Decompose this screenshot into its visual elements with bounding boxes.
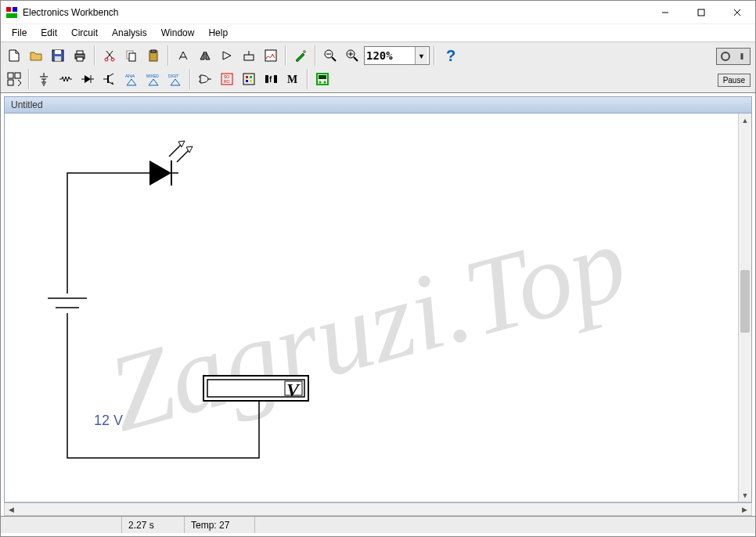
cut-icon[interactable] xyxy=(99,45,120,66)
svg-rect-59 xyxy=(243,74,254,85)
svg-rect-12 xyxy=(77,57,83,61)
svg-point-71 xyxy=(324,81,326,84)
menu-file[interactable]: File xyxy=(5,26,33,40)
zoom-in-icon[interactable] xyxy=(342,45,362,66)
digital-ics-icon[interactable]: DIGIT xyxy=(165,69,185,89)
circuit-diagram xyxy=(5,114,396,489)
horizontal-scrollbar[interactable]: ◀ ▶ xyxy=(4,503,752,516)
canvas-container: Zagruzi.Top 12 V V ▲ xyxy=(4,114,752,503)
svg-rect-69 xyxy=(319,75,326,79)
svg-text:M: M xyxy=(287,74,297,85)
svg-point-31 xyxy=(722,52,729,60)
zoom-select[interactable]: 120% ▾ xyxy=(364,46,430,65)
svg-rect-22 xyxy=(265,50,276,61)
controls-icon[interactable]: f xyxy=(261,69,281,89)
probe-icon[interactable] xyxy=(290,45,311,66)
close-button[interactable] xyxy=(719,1,755,24)
zoom-value: 120% xyxy=(366,49,393,62)
svg-line-48 xyxy=(108,74,113,77)
paste-icon[interactable] xyxy=(143,45,164,66)
vertical-scrollbar[interactable]: ▲ ▼ xyxy=(738,114,751,502)
print-icon[interactable] xyxy=(70,45,90,66)
svg-rect-63 xyxy=(250,80,252,82)
scroll-thumb[interactable] xyxy=(740,270,750,333)
toolbar-area: 120% ▾ ? Pause ANA MIXED DIGIT SORO f M xyxy=(1,41,755,93)
diodes-icon[interactable] xyxy=(77,69,98,89)
svg-rect-8 xyxy=(55,50,61,54)
scroll-left-icon[interactable]: ◀ xyxy=(5,503,18,516)
subcircuit-icon[interactable] xyxy=(239,45,259,66)
svg-text:MIXED: MIXED xyxy=(146,74,159,78)
svg-rect-35 xyxy=(8,80,13,85)
svg-rect-20 xyxy=(244,55,254,60)
menu-edit[interactable]: Edit xyxy=(34,26,63,40)
minimize-button[interactable] xyxy=(647,1,683,24)
status-cell-rest xyxy=(255,517,755,533)
window-title: Electronics Workbench xyxy=(23,7,647,18)
menu-circuit[interactable]: Circuit xyxy=(65,26,104,40)
svg-rect-11 xyxy=(77,51,83,54)
svg-rect-18 xyxy=(151,50,156,52)
svg-rect-33 xyxy=(8,73,13,78)
flip-h-icon[interactable] xyxy=(195,45,215,66)
window-titlebar: Electronics Workbench xyxy=(1,1,755,24)
status-time: 2.27 s xyxy=(122,517,185,533)
voltage-source-label: 12 V xyxy=(94,413,123,429)
svg-text:DIGIT: DIGIT xyxy=(168,74,178,78)
svg-rect-16 xyxy=(129,53,135,61)
copy-icon[interactable] xyxy=(121,45,142,66)
svg-text:ANA: ANA xyxy=(125,74,135,78)
new-file-icon[interactable] xyxy=(4,45,24,66)
svg-line-25 xyxy=(332,57,336,61)
flip-v-icon[interactable] xyxy=(217,45,237,66)
circuit-canvas[interactable]: Zagruzi.Top 12 V V xyxy=(5,114,738,502)
menu-analysis[interactable]: Analysis xyxy=(106,26,153,40)
svg-rect-64 xyxy=(265,75,268,83)
svg-text:f: f xyxy=(269,75,272,84)
scroll-up-icon[interactable]: ▲ xyxy=(739,114,751,127)
rotate-icon[interactable] xyxy=(173,45,193,66)
analog-ics-icon[interactable]: ANA xyxy=(121,69,142,89)
help-icon[interactable]: ? xyxy=(439,45,463,66)
svg-rect-4 xyxy=(698,9,704,16)
svg-rect-60 xyxy=(246,76,248,78)
svg-rect-62 xyxy=(246,80,248,82)
zoom-out-icon[interactable] xyxy=(320,45,340,66)
graph-icon[interactable] xyxy=(261,45,281,66)
power-switch[interactable] xyxy=(716,48,751,65)
logic-gates-icon[interactable] xyxy=(195,69,215,89)
statusbar: 2.27 s Temp: 27 xyxy=(1,516,755,533)
open-file-icon[interactable] xyxy=(26,45,46,66)
scroll-down-icon[interactable]: ▼ xyxy=(739,488,751,502)
svg-text:RO: RO xyxy=(224,79,230,84)
svg-point-70 xyxy=(319,81,322,84)
digital-icon[interactable]: SORO xyxy=(217,69,237,89)
maximize-button[interactable] xyxy=(683,1,719,24)
save-file-icon[interactable] xyxy=(48,45,68,66)
svg-line-28 xyxy=(354,57,358,61)
menubar: File Edit Circuit Analysis Window Help xyxy=(1,24,755,41)
svg-line-78 xyxy=(169,145,181,157)
indicators-icon[interactable] xyxy=(239,69,259,89)
instruments-icon[interactable] xyxy=(312,69,333,89)
voltmeter-unit: V xyxy=(286,380,299,401)
svg-rect-34 xyxy=(15,73,20,78)
svg-rect-1 xyxy=(13,7,17,12)
component-bin-icon[interactable] xyxy=(4,69,24,89)
mixed-ics-icon[interactable]: MIXED xyxy=(143,69,164,89)
status-temp: Temp: 27 xyxy=(185,517,255,533)
misc-icon[interactable]: M xyxy=(283,69,303,89)
basic-icon[interactable] xyxy=(56,69,76,89)
svg-rect-61 xyxy=(250,76,252,78)
svg-line-79 xyxy=(177,150,189,162)
dropdown-arrow-icon: ▾ xyxy=(415,47,427,64)
menu-help[interactable]: Help xyxy=(202,26,234,40)
sources-icon[interactable] xyxy=(34,69,54,89)
document-titlebar: Untitled xyxy=(4,96,752,114)
menu-window[interactable]: Window xyxy=(155,26,201,40)
transistors-icon[interactable] xyxy=(99,69,120,89)
scroll-right-icon[interactable]: ▶ xyxy=(738,503,751,516)
svg-rect-0 xyxy=(6,7,11,12)
document-title: Untitled xyxy=(11,99,43,110)
svg-point-23 xyxy=(303,50,306,53)
